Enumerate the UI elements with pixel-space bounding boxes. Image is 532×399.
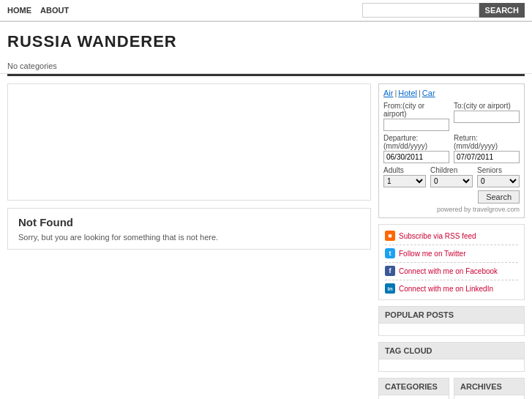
nav-about[interactable]: ABOUT	[40, 6, 69, 15]
facebook-link[interactable]: f Connect with me on Facebook	[385, 266, 518, 276]
nav-home[interactable]: HOME	[7, 6, 31, 15]
facebook-label: Connect with me on Facebook	[399, 267, 498, 275]
social-sep-3	[385, 280, 518, 280]
main-layout: Not Found Sorry, but you are looking for…	[0, 76, 532, 399]
archives-body	[454, 395, 524, 399]
rss-label: Subscribe via RSS feed	[399, 232, 476, 240]
tab-sep-1: |	[394, 89, 397, 97]
adults-label: Adults	[383, 166, 426, 174]
rss-link[interactable]: ■ Subscribe via RSS feed	[385, 231, 518, 241]
tab-car[interactable]: Car	[422, 89, 435, 97]
not-found-text: Sorry, but you are looking for something…	[18, 233, 360, 242]
adults-wrapper: Adults 1234	[383, 166, 426, 187]
adults-select[interactable]: 1234	[383, 175, 426, 187]
departure-label: Departure:(mm/dd/yyyy)	[383, 134, 449, 150]
travel-widget: Air | Hotel | Car From:(city or airport)…	[378, 83, 525, 218]
travel-tabs: Air | Hotel | Car	[383, 89, 520, 97]
return-wrapper: Return:(mm/dd/yyyy) 07/07/2011	[454, 134, 520, 163]
passengers-row: Adults 1234 Children 0123 Seniors 0123	[383, 166, 520, 187]
archives-header: ARCHIVES	[454, 379, 524, 395]
twitter-label: Follow me on Twitter	[399, 250, 466, 258]
tag-cloud-body	[379, 359, 524, 371]
categories-section: CATEGORIES ■ No categories	[378, 378, 449, 399]
departure-wrapper: Departure:(mm/dd/yyyy) 06/30/2011	[383, 134, 449, 163]
to-field-wrapper: To:(city or airport)	[454, 102, 520, 131]
linkedin-icon: in	[385, 283, 395, 294]
facebook-icon: f	[385, 266, 395, 276]
from-input[interactable]	[383, 119, 449, 131]
bottom-row: CATEGORIES ■ No categories ARCHIVES	[378, 378, 525, 399]
site-title: RUSSIA WANDERER	[7, 32, 525, 51]
children-wrapper: Children 0123	[430, 166, 473, 187]
tab-hotel[interactable]: Hotel	[398, 89, 417, 97]
categories-header: CATEGORIES	[379, 379, 449, 395]
seniors-wrapper: Seniors 0123	[477, 166, 520, 187]
archives-section: ARCHIVES	[454, 378, 525, 399]
to-label: To:(city or airport)	[454, 102, 520, 110]
children-select[interactable]: 0123	[430, 175, 473, 187]
not-found-title: Not Found	[18, 216, 360, 228]
tag-cloud-header: TAG CLOUD	[379, 343, 524, 359]
children-label: Children	[430, 166, 473, 174]
rss-icon: ■	[385, 231, 395, 241]
linkedin-link[interactable]: in Connect with me on LinkedIn	[385, 283, 518, 294]
departure-input[interactable]: 06/30/2011	[383, 151, 449, 163]
nav-bar: HOME ABOUT SEARCH	[0, 0, 532, 21]
tab-sep-2: |	[419, 89, 421, 97]
from-field-wrapper: From:(city or airport)	[383, 102, 449, 131]
header: HOME ABOUT SEARCH	[0, 0, 532, 22]
left-column: Not Found Sorry, but you are looking for…	[7, 83, 371, 399]
to-input[interactable]	[454, 111, 520, 123]
search-form: SEARCH	[362, 3, 525, 18]
right-column: Air | Hotel | Car From:(city or airport)…	[378, 83, 525, 399]
popular-posts-body	[379, 324, 524, 335]
powered-by-text: powered by travelgrove.com	[383, 206, 520, 213]
return-label: Return:(mm/dd/yyyy)	[454, 134, 520, 150]
travel-search-button[interactable]: Search	[478, 190, 520, 204]
return-input[interactable]: 07/07/2011	[454, 151, 520, 163]
social-sep-1	[385, 245, 518, 245]
from-to-row: From:(city or airport) To:(city or airpo…	[383, 102, 520, 131]
popular-posts-section: POPULAR POSTS	[378, 306, 525, 336]
linkedin-label: Connect with me on LinkedIn	[399, 285, 493, 293]
twitter-icon: t	[385, 248, 395, 258]
site-title-area: RUSSIA WANDERER	[0, 22, 532, 59]
popular-posts-header: POPULAR POSTS	[379, 307, 524, 324]
dates-row: Departure:(mm/dd/yyyy) 06/30/2011 Return…	[383, 134, 520, 163]
twitter-link[interactable]: t Follow me on Twitter	[385, 248, 518, 258]
top-widget	[7, 83, 371, 201]
social-sep-2	[385, 262, 518, 263]
search-input[interactable]	[362, 3, 479, 18]
search-button[interactable]: SEARCH	[479, 3, 525, 18]
seniors-select[interactable]: 0123	[477, 175, 520, 187]
categories-bar: No categories	[0, 59, 532, 74]
nav-links: HOME ABOUT	[7, 6, 69, 15]
social-links: ■ Subscribe via RSS feed t Follow me on …	[378, 224, 525, 300]
categories-body: ■ No categories	[379, 395, 449, 399]
not-found-box: Not Found Sorry, but you are looking for…	[7, 208, 371, 250]
tag-cloud-section: TAG CLOUD	[378, 342, 525, 372]
tab-air[interactable]: Air	[383, 89, 393, 97]
from-label: From:(city or airport)	[383, 102, 449, 118]
seniors-label: Seniors	[477, 166, 520, 174]
